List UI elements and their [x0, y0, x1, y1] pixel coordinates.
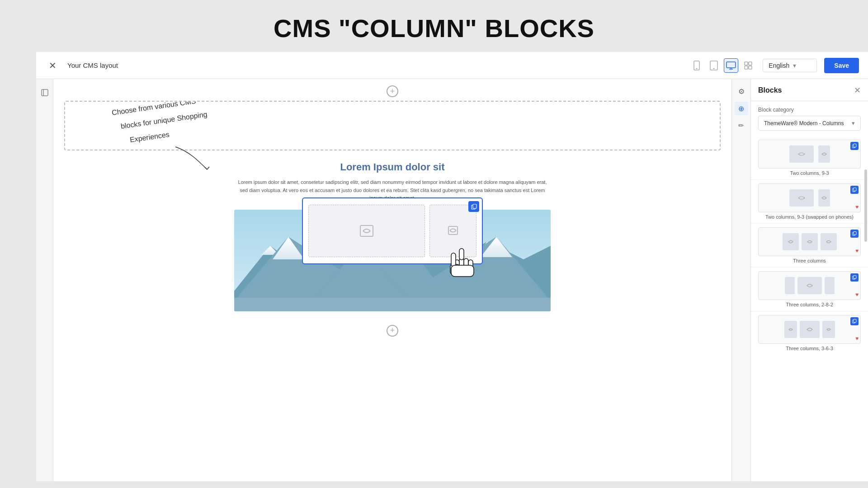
- col-sm-4: [785, 277, 795, 294]
- heart-icon-2: ♥: [855, 204, 859, 210]
- page-title: CMS "COLUMN" BLOCKS: [0, 14, 868, 43]
- col-md-5: [800, 321, 820, 338]
- svg-rect-4: [726, 62, 736, 68]
- block-item-preview-5[interactable]: ♥: [758, 315, 861, 344]
- block-item-preview-3[interactable]: ♥: [758, 227, 861, 256]
- svg-rect-28: [234, 298, 551, 311]
- block-item-preview-1[interactable]: [758, 140, 861, 169]
- svg-rect-50: [854, 319, 856, 323]
- svg-rect-44: [854, 188, 856, 191]
- block-copy-badge-4: [850, 273, 859, 282]
- col-sm2-4: [825, 277, 835, 294]
- col-large-1: [789, 145, 814, 163]
- svg-rect-9: [745, 66, 748, 69]
- block-category-value: ThemeWare® Modern - Columns: [764, 120, 844, 127]
- chevron-down-icon: ▾: [852, 120, 855, 127]
- add-block-circle-bottom[interactable]: +: [387, 325, 398, 337]
- svg-rect-42: [854, 144, 856, 147]
- block-item-name-1: Two columns, 9-3: [758, 170, 861, 178]
- device-icons: [689, 58, 755, 73]
- block-item-name-2: Two columns, 9-3 (swapped on phones): [758, 214, 861, 221]
- blocks-panel-header: Blocks ✕: [751, 79, 868, 101]
- desktop-icon[interactable]: [724, 58, 738, 73]
- tablet-icon[interactable]: [707, 58, 721, 73]
- svg-rect-11: [42, 89, 48, 96]
- block-item-2: ♥ Two columns, 9-3 (swapped on phones): [751, 180, 868, 224]
- block-copy-badge-2: [850, 186, 859, 194]
- block-item-name-3: Three columns: [758, 258, 861, 265]
- col-small-2: [818, 189, 830, 206]
- col-lg-4: [797, 277, 822, 294]
- block-item-preview-4[interactable]: ♥: [758, 271, 861, 300]
- dashed-content-block: [64, 101, 721, 150]
- block-item-1: Two columns, 9-3: [751, 136, 868, 180]
- page-title-area: CMS "COLUMN" BLOCKS: [0, 0, 868, 52]
- col-large-2: [789, 189, 814, 206]
- svg-rect-8: [749, 62, 752, 65]
- block-item-name-5: Three columns, 3-6-3: [758, 346, 861, 353]
- col-2-3: [802, 233, 818, 250]
- top-bar: ✕ Your CMS layout English ▾ Save: [36, 52, 868, 79]
- right-tools-sidebar: ⚙ ⊕ ✏: [731, 79, 750, 481]
- heart-icon-4: ♥: [855, 291, 859, 298]
- blocks-panel-close-button[interactable]: ✕: [854, 85, 861, 95]
- add-block-bottom[interactable]: +: [53, 319, 731, 343]
- svg-rect-30: [473, 204, 476, 208]
- col-1-3: [783, 233, 799, 250]
- svg-rect-48: [854, 276, 856, 279]
- add-block-circle-top[interactable]: +: [387, 85, 398, 97]
- language-select[interactable]: English ▾: [763, 59, 817, 72]
- heart-icon-5: ♥: [855, 335, 859, 342]
- block-option-left[interactable]: [308, 205, 425, 257]
- svg-rect-7: [745, 62, 748, 65]
- block-item-5: ♥ Three columns, 3-6-3: [751, 311, 868, 355]
- col-sm-5: [784, 321, 797, 338]
- cms-layout-title: Your CMS layout: [67, 61, 682, 69]
- block-category-label: Block category: [751, 101, 868, 116]
- heart-icon-3: ♥: [855, 248, 859, 254]
- col-3-3: [821, 233, 837, 250]
- add-block-top[interactable]: +: [53, 79, 731, 101]
- blocks-list: Two columns, 9-3 ♥: [751, 136, 868, 481]
- block-copy-icon[interactable]: [468, 201, 479, 212]
- left-panel-toggle: [36, 79, 53, 481]
- grid-icon[interactable]: [741, 58, 755, 73]
- mobile-icon[interactable]: [689, 58, 704, 73]
- svg-rect-46: [854, 232, 856, 235]
- svg-rect-31: [360, 225, 373, 236]
- panel-scrollbar[interactable]: [864, 169, 867, 242]
- section-title: Lorem Ipsum dolor sit: [64, 161, 721, 173]
- chevron-down-icon: ▾: [793, 62, 796, 69]
- block-item-4: ♥ Three columns, 2-8-2: [751, 267, 868, 311]
- block-copy-badge-1: [850, 142, 859, 150]
- block-copy-badge-5: [850, 317, 859, 325]
- block-item-3: ♥ Three columns: [751, 224, 868, 267]
- add-tool-icon[interactable]: ⊕: [735, 102, 748, 115]
- blocks-panel-title: Blocks: [758, 86, 782, 94]
- language-value: English: [769, 62, 789, 69]
- close-button[interactable]: ✕: [45, 58, 60, 73]
- block-option-right[interactable]: [429, 205, 476, 257]
- svg-rect-10: [749, 66, 752, 69]
- block-selector-overlay: [302, 197, 483, 264]
- col-sm2-5: [822, 321, 835, 338]
- block-copy-badge-3: [850, 230, 859, 238]
- settings-tool-icon[interactable]: ⚙: [735, 84, 748, 98]
- cms-editor: ✕ Your CMS layout English ▾ Save: [36, 52, 868, 481]
- canvas-area: Choose from various CMS blocks for uniqu…: [36, 79, 868, 481]
- save-button[interactable]: Save: [824, 58, 859, 73]
- block-category-select[interactable]: ThemeWare® Modern - Columns ▾: [758, 116, 861, 131]
- panel-toggle-button[interactable]: [38, 86, 51, 99]
- blocks-panel: Blocks ✕ Block category ThemeWare® Moder…: [750, 79, 868, 481]
- col-small-1: [818, 145, 830, 163]
- block-item-preview-2[interactable]: ♥: [758, 183, 861, 212]
- content-canvas: Choose from various CMS blocks for uniqu…: [53, 79, 731, 481]
- edit-tool-icon[interactable]: ✏: [735, 119, 748, 132]
- block-item-name-4: Three columns, 2-8-2: [758, 302, 861, 309]
